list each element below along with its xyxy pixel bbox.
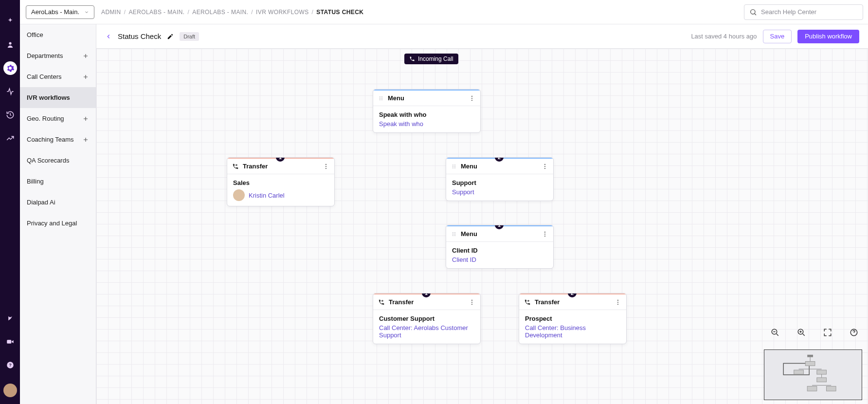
svg-point-39	[452, 235, 453, 236]
start-node[interactable]: Incoming Call	[404, 54, 458, 64]
svg-point-47	[471, 301, 472, 302]
node-menu-button[interactable]	[323, 163, 329, 170]
save-button[interactable]: Save	[763, 30, 792, 43]
node-menu-button[interactable]	[542, 163, 548, 170]
sidebar-item-coaching-teams[interactable]: Coaching Teams	[20, 129, 96, 150]
node-transfer-prospect[interactable]: 2 Transfer Prospect Call Center: Busines…	[519, 293, 627, 344]
breadcrumb-current: STATUS CHECK	[316, 9, 363, 16]
magic-icon[interactable]	[3, 15, 17, 28]
activity-icon[interactable]	[3, 85, 17, 98]
node-title: Client ID	[452, 247, 547, 254]
sidebar-item-privacy-legal[interactable]: Privacy and Legal	[20, 213, 96, 234]
org-selector[interactable]: AeroLabs - Main.	[26, 5, 94, 19]
sidebar-item-label: Privacy and Legal	[27, 220, 77, 227]
node-menu-root[interactable]: Menu Speak with who Speak with who	[373, 89, 481, 133]
node-title: Support	[452, 179, 547, 186]
plus-icon[interactable]	[82, 53, 89, 59]
user-avatar[interactable]	[3, 384, 17, 397]
svg-point-28	[452, 165, 453, 165]
svg-point-48	[471, 304, 472, 305]
svg-point-38	[452, 234, 453, 235]
sidebar-item-label: QA Scorecards	[27, 157, 69, 164]
sidebar-item-office[interactable]: Office	[20, 24, 96, 45]
drag-handle-icon[interactable]	[451, 231, 457, 237]
status-badge: Draft	[180, 32, 199, 41]
edit-title-button[interactable]	[167, 33, 174, 40]
svg-point-41	[454, 234, 455, 235]
node-subtitle: Client ID	[452, 256, 547, 263]
search-box[interactable]	[744, 4, 863, 20]
node-menu-support[interactable]: 2 Menu Support Support	[446, 157, 554, 201]
fit-screen-button[interactable]	[823, 328, 832, 337]
node-menu-clientid[interactable]: 1 Menu Client ID Client ID	[446, 225, 554, 269]
node-person[interactable]: Kristin Carlel	[249, 192, 285, 199]
node-type-label: Transfer	[389, 298, 414, 306]
canvas-help-button[interactable]	[850, 328, 858, 337]
svg-point-4	[751, 9, 755, 14]
plus-icon[interactable]	[82, 73, 89, 80]
sidebar-item-departments[interactable]: Departments	[20, 45, 96, 66]
breadcrumb-item[interactable]: ADMIN	[101, 9, 121, 16]
trending-icon[interactable]	[3, 131, 17, 145]
node-transfer-sales[interactable]: 1 Transfer Sales Kristin Carlel	[227, 157, 335, 206]
svg-rect-63	[817, 378, 827, 382]
zoom-out-button[interactable]	[771, 328, 779, 337]
svg-point-24	[471, 100, 472, 101]
workflow-title: Status Check	[118, 32, 161, 40]
node-type-label: Menu	[461, 230, 477, 238]
search-input[interactable]	[761, 8, 858, 16]
node-subtitle: Speak with who	[379, 120, 474, 128]
svg-point-20	[381, 98, 382, 99]
plus-icon[interactable]	[82, 136, 89, 143]
phone-incoming-icon	[409, 56, 415, 62]
svg-point-16	[380, 96, 380, 97]
history-icon[interactable]	[3, 108, 17, 122]
svg-point-34	[544, 164, 545, 165]
svg-rect-65	[807, 386, 817, 391]
phone-forward-icon	[524, 299, 531, 306]
svg-point-51	[617, 304, 618, 305]
svg-point-35	[544, 165, 545, 166]
node-title: Customer Support	[379, 315, 474, 322]
breadcrumb-item[interactable]: AEROLABS - MAIN.	[192, 9, 248, 16]
node-menu-button[interactable]	[469, 95, 475, 102]
node-type-label: Transfer	[243, 163, 268, 170]
node-menu-button[interactable]	[469, 299, 475, 306]
sidebar-item-dialpad-ai[interactable]: Dialpad Ai	[20, 192, 96, 213]
node-subtitle: Call Center: Business Development	[525, 324, 620, 339]
sidebar-item-geo-routing[interactable]: Geo. Routing	[20, 108, 96, 129]
sidebar-item-qa-scorecards[interactable]: QA Scorecards	[20, 150, 96, 171]
workflow-canvas[interactable]: Incoming Call Menu Speak with who Speak …	[96, 49, 868, 404]
user-icon[interactable]	[3, 38, 17, 52]
app-icon[interactable]	[3, 312, 17, 325]
svg-point-49	[617, 299, 618, 300]
svg-point-29	[452, 166, 453, 167]
node-transfer-customer-support[interactable]: 1 Transfer Customer Support Call Center:…	[373, 293, 481, 344]
back-button[interactable]	[105, 33, 112, 40]
video-icon[interactable]	[3, 335, 17, 349]
drag-handle-icon[interactable]	[451, 164, 457, 169]
svg-rect-60	[794, 370, 804, 374]
person-avatar	[233, 189, 245, 201]
sidebar-item-ivr-workflows[interactable]: IVR workflows	[20, 87, 96, 108]
publish-button[interactable]: Publish workflow	[797, 30, 859, 43]
svg-point-18	[380, 99, 380, 100]
svg-point-36	[544, 168, 545, 169]
sidebar-item-label: IVR workflows	[27, 94, 70, 101]
minimap[interactable]	[764, 349, 862, 400]
plus-icon[interactable]	[82, 115, 89, 122]
node-menu-button[interactable]	[615, 299, 621, 306]
drag-handle-icon[interactable]	[378, 95, 384, 101]
gear-icon[interactable]	[3, 61, 17, 75]
zoom-controls	[771, 328, 858, 337]
sidebar-item-label: Billing	[27, 178, 44, 185]
node-menu-button[interactable]	[542, 231, 548, 238]
svg-rect-1	[7, 340, 11, 344]
sidebar-item-label: Coaching Teams	[27, 136, 74, 143]
breadcrumb-item[interactable]: AEROLABS - MAIN.	[128, 9, 184, 16]
sidebar-item-call-centers[interactable]: Call Centers	[20, 66, 96, 87]
breadcrumb-item[interactable]: IVR WORKFLOWS	[256, 9, 309, 16]
help-icon[interactable]: ?	[3, 358, 17, 372]
zoom-in-button[interactable]	[797, 328, 806, 337]
sidebar-item-billing[interactable]: Billing	[20, 171, 96, 192]
